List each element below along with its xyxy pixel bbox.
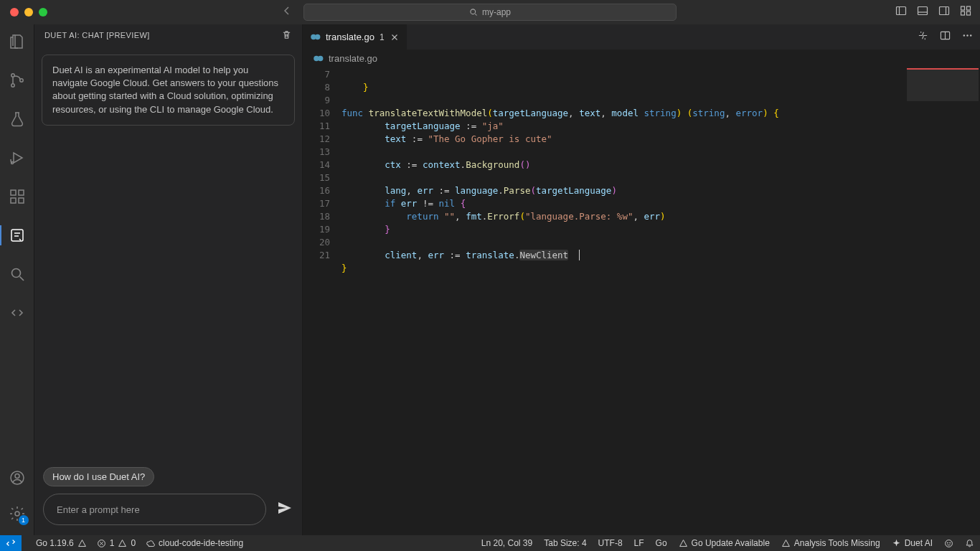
svg-point-30 xyxy=(946,540,953,547)
go-file-icon xyxy=(313,55,324,62)
svg-rect-2 xyxy=(918,7,928,15)
nav-back[interactable] xyxy=(281,5,293,19)
explorer-icon[interactable] xyxy=(0,30,34,53)
remote-indicator[interactable] xyxy=(0,535,22,551)
search-icon xyxy=(469,8,478,17)
svg-rect-4 xyxy=(961,6,965,10)
svg-point-26 xyxy=(970,34,971,36)
main: 1 DUET AI: CHAT [PREVIEW] Duet AI is an … xyxy=(0,24,980,535)
code-area[interactable]: } func translateTextWithModel(targetLang… xyxy=(341,67,901,535)
tab-size[interactable]: Tab Size: 4 xyxy=(544,538,586,548)
svg-point-20 xyxy=(15,512,19,516)
svg-point-0 xyxy=(471,9,476,14)
analysis-tools[interactable]: Analysis Tools Missing xyxy=(781,538,880,548)
panel-title: DUET AI: CHAT [PREVIEW] xyxy=(44,31,150,39)
titlebar: my-app xyxy=(0,0,980,24)
layout-panel-icon[interactable] xyxy=(917,5,928,19)
svg-point-32 xyxy=(950,542,951,543)
more-icon[interactable] xyxy=(962,30,973,44)
notifications-icon[interactable] xyxy=(965,539,974,548)
cloud-project[interactable]: cloud-code-ide-testing xyxy=(146,538,243,548)
search-icon[interactable] xyxy=(0,263,34,286)
layout-secondary-side-icon[interactable] xyxy=(938,5,950,19)
send-button[interactable] xyxy=(276,499,293,519)
eol[interactable]: LF xyxy=(634,538,644,548)
svg-rect-3 xyxy=(940,7,949,15)
svg-point-8 xyxy=(11,74,14,77)
panel-header: DUET AI: CHAT [PREVIEW] xyxy=(34,24,302,46)
editor-actions xyxy=(918,24,973,50)
command-center[interactable]: my-app xyxy=(303,4,677,21)
breadcrumb-file: translate.go xyxy=(329,53,377,64)
svg-rect-6 xyxy=(961,11,965,15)
tabs-row: translate.go 1 xyxy=(303,24,980,50)
compare-icon[interactable] xyxy=(918,30,928,44)
prompt-input[interactable] xyxy=(43,494,266,525)
line-gutter: 789101112131415161718192021 xyxy=(303,67,341,535)
go-update[interactable]: Go Update Available xyxy=(679,538,770,548)
problems[interactable]: 1 0 xyxy=(97,538,136,548)
editor-region: translate.go 1 translate.go 789101112131… xyxy=(303,24,980,535)
editor-body[interactable]: 789101112131415161718192021 } func trans… xyxy=(303,67,980,535)
suggested-prompt[interactable]: How do I use Duet AI? xyxy=(43,467,154,486)
svg-point-31 xyxy=(947,542,948,543)
testing-icon[interactable] xyxy=(0,108,34,131)
duet-ai-status[interactable]: Duet AI xyxy=(892,538,933,548)
split-editor-icon[interactable] xyxy=(940,30,951,44)
svg-rect-7 xyxy=(967,11,971,15)
tab-translate-go[interactable]: translate.go 1 xyxy=(303,24,407,50)
status-bar: Go 1.19.6 1 0 cloud-code-ide-testing Ln … xyxy=(0,535,980,551)
activity-bar: 1 xyxy=(0,24,34,535)
svg-point-17 xyxy=(11,269,20,278)
svg-point-9 xyxy=(11,84,14,87)
svg-point-28 xyxy=(318,55,324,61)
delete-icon[interactable] xyxy=(281,29,292,42)
settings-badge: 1 xyxy=(19,515,29,525)
svg-rect-12 xyxy=(11,190,16,195)
window-controls xyxy=(0,8,47,17)
run-debug-icon[interactable] xyxy=(0,146,34,169)
svg-rect-13 xyxy=(11,198,16,203)
svg-rect-1 xyxy=(897,7,906,15)
search-text: my-app xyxy=(482,7,511,17)
svg-rect-5 xyxy=(967,6,971,10)
svg-rect-15 xyxy=(19,190,24,195)
chat-intro: Duet AI is an experimental AI model to h… xyxy=(42,55,295,126)
cloud-code-icon[interactable] xyxy=(0,301,34,324)
language-mode[interactable]: Go xyxy=(656,538,667,548)
encoding[interactable]: UTF-8 xyxy=(598,538,623,548)
go-file-icon xyxy=(310,33,321,41)
layout-primary-side-icon[interactable] xyxy=(895,5,907,19)
side-panel: DUET AI: CHAT [PREVIEW] Duet AI is an ex… xyxy=(34,24,303,535)
svg-point-22 xyxy=(315,34,321,40)
svg-point-25 xyxy=(966,34,968,36)
feedback-icon[interactable] xyxy=(944,539,953,548)
go-version[interactable]: Go 1.19.6 xyxy=(36,538,87,548)
source-control-icon[interactable] xyxy=(0,69,34,92)
tab-filename: translate.go xyxy=(326,32,374,42)
title-actions xyxy=(895,5,971,19)
svg-rect-16 xyxy=(11,230,23,241)
chat-footer: How do I use Duet AI? xyxy=(34,461,302,535)
breadcrumbs[interactable]: translate.go xyxy=(303,50,980,67)
tab-modified-indicator: 1 xyxy=(380,32,385,42)
svg-point-19 xyxy=(15,474,19,479)
minimap[interactable] xyxy=(901,67,980,535)
close-window[interactable] xyxy=(10,8,19,17)
svg-rect-14 xyxy=(19,198,24,203)
cursor-position[interactable]: Ln 20, Col 39 xyxy=(481,538,532,548)
accounts-icon[interactable] xyxy=(0,466,34,489)
svg-point-24 xyxy=(963,34,965,36)
maximize-window[interactable] xyxy=(39,8,47,17)
minimize-window[interactable] xyxy=(24,8,33,17)
customize-layout-icon[interactable] xyxy=(960,5,971,19)
close-icon[interactable] xyxy=(390,32,400,42)
duet-ai-icon[interactable] xyxy=(0,224,34,247)
chat-body: Duet AI is an experimental AI model to h… xyxy=(34,46,302,461)
settings-icon[interactable]: 1 xyxy=(0,502,34,525)
extensions-icon[interactable] xyxy=(0,185,34,208)
